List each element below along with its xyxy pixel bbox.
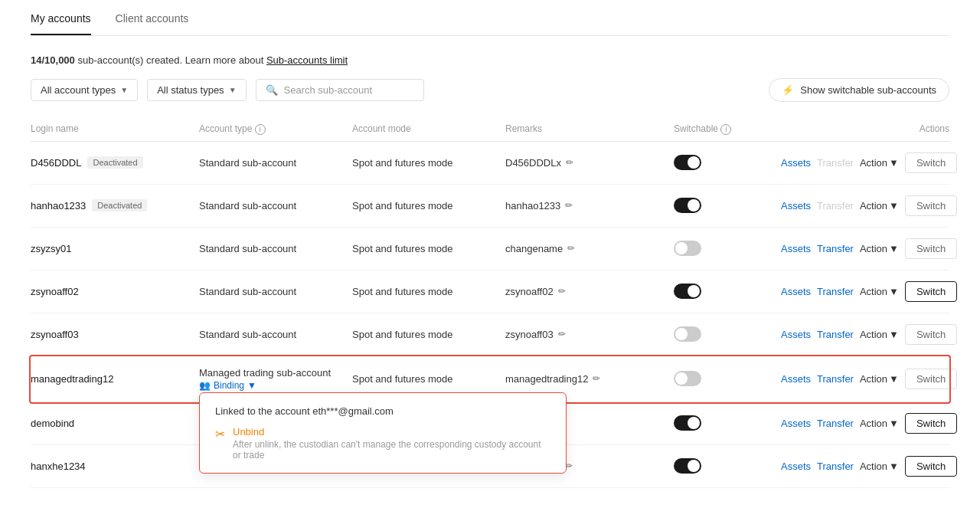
unbind-description: After unlink, the custodian can't manage… [233, 439, 550, 461]
actions-cell: AssetsTransferAction ▼Switch [781, 281, 957, 302]
assets-button[interactable]: Assets [781, 157, 811, 169]
unbind-button[interactable]: Unbind [233, 426, 550, 438]
action-button[interactable]: Action ▼ [860, 157, 899, 169]
switchable-toggle[interactable] [674, 284, 701, 299]
transfer-button[interactable]: Transfer [817, 243, 854, 254]
actions-cell: AssetsTransferAction ▼Switch [781, 369, 957, 389]
assets-button[interactable]: Assets [781, 243, 811, 254]
account-types-filter[interactable]: All account types ▼ [31, 79, 138, 101]
transfer-button[interactable]: Transfer [817, 461, 854, 472]
remarks-cell: changename ✏ [505, 243, 674, 254]
account-type-text: Standard sub-account [199, 200, 296, 211]
login-name-text: demobind [31, 418, 74, 429]
switch-button[interactable]: Switch [905, 281, 957, 302]
login-name-text: D456DDDL [31, 157, 81, 169]
remarks-text: changename [505, 243, 563, 254]
transfer-button: Transfer [817, 200, 854, 211]
switchable-cell [674, 326, 781, 342]
account-type-info-icon[interactable]: i [255, 124, 266, 135]
assets-button[interactable]: Assets [781, 373, 811, 385]
table-row: hanhao1233DeactivatedStandard sub-accoun… [31, 185, 949, 228]
action-button[interactable]: Action ▼ [860, 243, 899, 254]
chevron-down-icon: ▼ [120, 86, 128, 94]
switchable-info-icon[interactable]: i [720, 124, 731, 135]
login-name-text: zsynoaff03 [31, 329, 79, 340]
switchable-toggle[interactable] [674, 155, 701, 170]
people-icon: 👥 [199, 380, 211, 391]
assets-button[interactable]: Assets [781, 418, 811, 429]
action-button[interactable]: Action ▼ [860, 329, 899, 340]
filter-icon: ⚡ [782, 84, 794, 96]
assets-button[interactable]: Assets [781, 286, 811, 297]
edit-icon[interactable]: ✏ [565, 200, 573, 211]
switchable-toggle[interactable] [674, 371, 701, 386]
tab-client-accounts[interactable]: Client accounts [116, 12, 189, 35]
header-login-name: Login name [31, 123, 199, 135]
transfer-button[interactable]: Transfer [817, 373, 854, 385]
transfer-button[interactable]: Transfer [817, 329, 854, 340]
edit-icon[interactable]: ✏ [567, 243, 575, 254]
login-name-cell: D456DDDLDeactivated [31, 156, 199, 169]
show-switchable-label: Show switchable sub-accounts [800, 84, 936, 96]
show-switchable-button[interactable]: ⚡ Show switchable sub-accounts [769, 78, 949, 102]
edit-icon[interactable]: ✏ [566, 157, 573, 168]
switch-button[interactable]: Switch [905, 456, 957, 477]
switchable-cell [674, 284, 781, 299]
search-box[interactable]: 🔍 Search sub-account [256, 79, 424, 101]
account-mode-cell: Spot and futures mode [352, 243, 505, 254]
remarks-text: managedtrading12 [505, 373, 588, 385]
binding-label: Binding [214, 380, 244, 391]
action-button[interactable]: Action ▼ [860, 200, 899, 211]
switchable-toggle[interactable] [674, 241, 701, 256]
switch-button[interactable]: Switch [905, 324, 957, 345]
status-badge: Deactivated [92, 199, 147, 211]
switchable-toggle[interactable] [674, 198, 701, 213]
actions-cell: AssetsTransferAction ▼Switch [781, 195, 957, 216]
switchable-cell [674, 198, 781, 213]
assets-button[interactable]: Assets [781, 329, 811, 340]
tab-my-accounts[interactable]: My accounts [31, 12, 91, 35]
edit-icon[interactable]: ✏ [558, 286, 566, 297]
account-mode-cell: Spot and futures mode [352, 286, 505, 297]
type-label: Managed trading sub-account [199, 367, 352, 379]
remarks-text: zsynoaff02 [505, 286, 554, 297]
edit-icon[interactable]: ✏ [593, 373, 600, 384]
actions-cell: AssetsTransferAction ▼Switch [781, 324, 957, 345]
account-mode-cell: Spot and futures mode [352, 157, 505, 169]
account-type-cell: Standard sub-account [199, 243, 352, 254]
chevron-down-icon: ▼ [889, 157, 899, 169]
binding-button[interactable]: 👥 Binding ▼ [199, 380, 352, 391]
switchable-toggle[interactable] [674, 415, 701, 431]
sub-accounts-limit-link[interactable]: Sub-accounts limit [266, 54, 348, 66]
filters-bar: All account types ▼ All status types ▼ 🔍… [31, 78, 949, 102]
switchable-cell [674, 458, 781, 474]
switch-button[interactable]: Switch [905, 238, 957, 259]
login-name-cell: managedtrading12 [31, 373, 199, 385]
switch-button[interactable]: Switch [905, 413, 957, 434]
edit-icon[interactable]: ✏ [558, 329, 566, 339]
switchable-toggle[interactable] [674, 458, 701, 474]
remarks-cell: managedtrading12 ✏ [505, 373, 674, 385]
table-row: zsyzsy01Standard sub-accountSpot and fut… [31, 228, 949, 270]
action-button[interactable]: Action ▼ [860, 461, 899, 472]
switchable-toggle[interactable] [674, 326, 701, 342]
action-button[interactable]: Action ▼ [860, 373, 899, 385]
chevron-down-icon: ▼ [889, 286, 899, 297]
action-button[interactable]: Action ▼ [860, 286, 899, 297]
transfer-button[interactable]: Transfer [817, 418, 854, 429]
switch-button[interactable]: Switch [905, 369, 957, 389]
sub-account-count: 14/10,000 [31, 54, 75, 66]
switch-button[interactable]: Switch [905, 195, 957, 216]
action-button[interactable]: Action ▼ [860, 418, 899, 429]
switch-button[interactable]: Switch [905, 152, 957, 173]
account-mode-cell: Spot and futures mode [352, 200, 505, 211]
table-row: zsynoaff03Standard sub-accountSpot and f… [31, 313, 949, 356]
assets-button[interactable]: Assets [781, 200, 811, 211]
switchable-cell [674, 415, 781, 431]
sub-account-text: sub-account(s) created. Learn more about [77, 54, 266, 66]
status-types-filter[interactable]: All status types ▼ [147, 79, 246, 101]
table-row: managedtrading12 Managed trading sub-acc… [31, 356, 949, 402]
assets-button[interactable]: Assets [781, 461, 811, 472]
chevron-down-icon: ▼ [889, 373, 899, 385]
transfer-button[interactable]: Transfer [817, 286, 854, 297]
